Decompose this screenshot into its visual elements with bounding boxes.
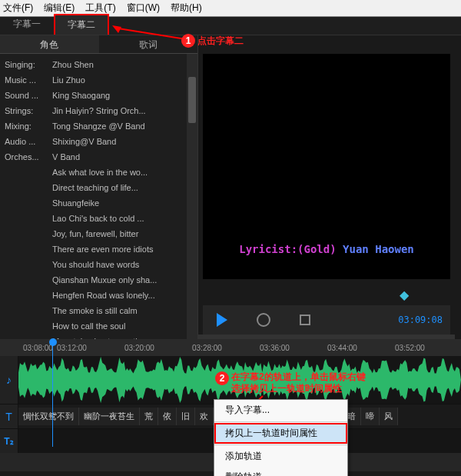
- list-row[interactable]: Direct teaching of life...: [0, 180, 197, 195]
- list-row[interactable]: Singing:Zhou Shen: [0, 57, 197, 72]
- right-panel: Lyricist:(Gold) Yuan Haowen ◆ 03:09:08: [198, 35, 461, 339]
- subtitle-cell[interactable]: 啼: [361, 408, 380, 425]
- list-row[interactable]: The smoke is still calm: [0, 303, 197, 318]
- playhead[interactable]: [52, 339, 53, 447]
- svg-line-0: [118, 28, 186, 39]
- preview-lyric: Lyricist:(Gold) Yuan Haowen: [239, 242, 414, 256]
- annotation-1-arrow: [112, 25, 186, 44]
- list-row[interactable]: Orches...V Band: [0, 149, 197, 165]
- list-row[interactable]: Mountain ghost secretly...: [0, 334, 197, 339]
- subtitle-cell[interactable]: 荒: [140, 408, 158, 425]
- list-scrollbar[interactable]: [187, 54, 197, 339]
- context-menu: 导入字幕... 拷贝上一轨道时间属性 添加轨道 删除轨道: [214, 399, 348, 476]
- list-row[interactable]: Hengfen Road was lonely...: [0, 288, 197, 303]
- record-button[interactable]: [252, 309, 275, 331]
- subtab-role[interactable]: 角色: [0, 35, 99, 53]
- time-ruler[interactable]: 03:08:0003:12:0003:20:0003:28:0003:36:00…: [0, 339, 461, 356]
- time-display: 03:09:08: [398, 315, 443, 325]
- list-row[interactable]: How to call the soul: [0, 318, 197, 334]
- subtitle-cell[interactable]: 旧: [177, 408, 195, 425]
- ctx-copy-prev-track-time[interactable]: 拷贝上一轨道时间属性: [214, 423, 347, 444]
- tab-subtitle-1[interactable]: 字幕一: [0, 14, 54, 35]
- svg-marker-1: [112, 25, 121, 33]
- tab-subtitle-2[interactable]: 字幕二: [54, 14, 109, 35]
- subtitle-cell[interactable]: 欢: [195, 408, 214, 425]
- list-row[interactable]: Shuangfeike: [0, 195, 197, 211]
- audio-track-icon: ♪: [0, 356, 18, 404]
- list-row[interactable]: Qianshan Muxue only sha...: [0, 272, 197, 288]
- list-row[interactable]: Music ...Liu Zhuo: [0, 72, 197, 88]
- subtitle-cell[interactable]: 依: [158, 408, 177, 425]
- menu-help[interactable]: 帮助(H): [171, 2, 202, 15]
- list-row[interactable]: Mixing:Tong Shangze @V Band: [0, 118, 197, 134]
- list-row[interactable]: Lao Chi's back to cold ...: [0, 211, 197, 226]
- lyric-list: Singing:Zhou ShenMusic ...Liu ZhuoSound …: [0, 54, 197, 339]
- list-row[interactable]: Sound ...King Shaogang: [0, 88, 197, 103]
- subtitle-cell[interactable]: 幽阶一夜苔生: [79, 408, 140, 425]
- ctx-import-subtitle[interactable]: 导入字幕...: [214, 400, 347, 421]
- list-row[interactable]: Audio ...Shixing@V Band: [0, 134, 197, 149]
- annotation-1: 1点击字幕二: [181, 34, 244, 48]
- subtitle-track-1-icon: T: [0, 404, 18, 428]
- subtitle-cell[interactable]: 惆怅双鸳不到: [18, 408, 79, 425]
- subtitle-track-2-icon: T₂: [0, 429, 18, 453]
- stop-button[interactable]: [294, 309, 317, 331]
- menu-tool[interactable]: 工具(T): [85, 2, 115, 15]
- subtitle-cell[interactable]: 风: [380, 408, 398, 425]
- menu-file[interactable]: 文件(F): [3, 2, 33, 15]
- annotation-2: 2 在字幕2的轨道上，单击鼠标右键选择拷贝上一轨道时间属性: [215, 371, 366, 394]
- left-panel: 角色 歌词 Singing:Zhou ShenMusic ...Liu Zhuo…: [0, 35, 198, 339]
- list-row[interactable]: Ask what love in the wo...: [0, 165, 197, 180]
- subtitle-tabbar: 字幕一 字幕二: [0, 17, 461, 35]
- menu-edit[interactable]: 编辑(E): [44, 2, 75, 15]
- ctx-add-track[interactable]: 添加轨道: [214, 446, 347, 467]
- video-preview: Lyricist:(Gold) Yuan Haowen: [203, 54, 450, 279]
- list-row[interactable]: You should have words: [0, 257, 197, 272]
- list-row[interactable]: Joy, fun, farewell, bitter: [0, 226, 197, 241]
- list-row[interactable]: Strings:Jin Haiyin? String Orch...: [0, 103, 197, 118]
- list-row[interactable]: There are even more idiots: [0, 241, 197, 257]
- playback-controls: 03:09:08: [203, 305, 450, 335]
- play-button[interactable]: [211, 309, 234, 331]
- ctx-delete-track[interactable]: 删除轨道: [214, 467, 347, 476]
- diamond-icon: ◆: [400, 288, 409, 302]
- menu-window[interactable]: 窗口(W): [127, 2, 160, 15]
